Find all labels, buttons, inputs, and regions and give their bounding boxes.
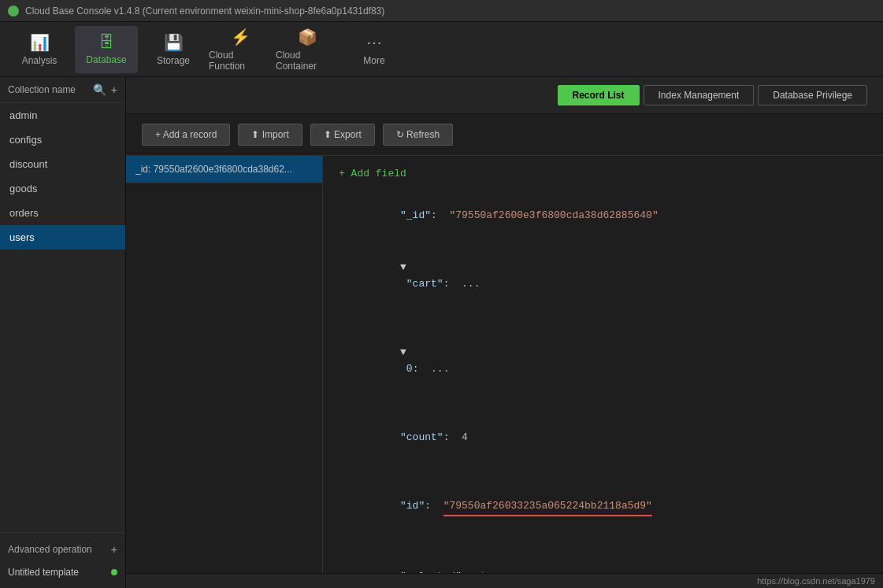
- toolbar: + Add a record ⬆ Import ⬆ Export ↻ Refre…: [126, 114, 883, 156]
- tab-index-management[interactable]: Index Management: [644, 85, 755, 105]
- data-panel: _id: 79550af2600e3f6800cda38d62... + Add…: [126, 156, 883, 588]
- untitled-template-label: Untitled template: [8, 567, 79, 578]
- json-cart-line: ▼ "cart": ...: [339, 242, 867, 310]
- main-layout: Collection name 🔍 + admin configs discou…: [0, 77, 883, 588]
- untitled-template-dot: [111, 569, 117, 575]
- sidebar: Collection name 🔍 + admin configs discou…: [0, 77, 126, 588]
- record-item[interactable]: _id: 79550af2600e3f6800cda38d62...: [126, 156, 322, 183]
- add-field-label: + Add field: [339, 168, 406, 179]
- sidebar-item-admin[interactable]: admin: [0, 103, 125, 128]
- collection-name-label: Collection name: [8, 84, 76, 95]
- index0-toggle[interactable]: ▼: [400, 346, 406, 358]
- nav-cloud-function-label: Cloud Function: [209, 50, 272, 72]
- more-icon: ⋯: [366, 33, 382, 52]
- nav-database-label: Database: [86, 54, 126, 65]
- untitled-template-item[interactable]: Untitled template: [0, 561, 125, 583]
- sidebar-item-goods-label: goods: [9, 183, 37, 194]
- nav-analysis[interactable]: 📊 Analysis: [8, 26, 71, 73]
- import-button[interactable]: ⬆ Import: [238, 124, 302, 146]
- json-id-field-line: "id": "79550af26033235a065224bb2118a5d9": [339, 464, 867, 534]
- sidebar-item-orders[interactable]: orders: [0, 201, 125, 225]
- tab-record-list[interactable]: Record List: [558, 85, 640, 105]
- analysis-icon: 📊: [30, 33, 50, 52]
- storage-icon: 💾: [164, 33, 184, 52]
- json-count-line: "count": 4: [339, 396, 867, 464]
- sidebar-item-admin-label: admin: [9, 109, 37, 121]
- tab-database-privilege[interactable]: Database Privilege: [758, 85, 867, 105]
- sidebar-header-actions: 🔍 +: [93, 83, 117, 96]
- nav-storage[interactable]: 💾 Storage: [142, 26, 205, 73]
- add-collection-icon[interactable]: +: [111, 83, 117, 96]
- json-index0-line: ▼ 0: ...: [339, 311, 867, 396]
- record-item-id: _id: 79550af2600e3f6800cda38d62...: [135, 164, 292, 175]
- cart-toggle[interactable]: ▼: [400, 261, 406, 273]
- database-icon: 🗄: [98, 33, 114, 51]
- sidebar-item-configs-label: configs: [9, 134, 42, 146]
- sidebar-header: Collection name 🔍 +: [0, 77, 125, 103]
- nav-cloud-container[interactable]: 📦 Cloud Container: [276, 26, 339, 73]
- status-bar: https://blog.csdn.net/saga1979: [126, 573, 883, 588]
- refresh-button[interactable]: ↻ Refresh: [383, 124, 453, 146]
- sidebar-item-discount[interactable]: discount: [0, 152, 125, 176]
- app-icon: [8, 6, 19, 17]
- add-field-button[interactable]: + Add field: [339, 164, 406, 183]
- nav-more-label: More: [363, 55, 384, 66]
- title-text: Cloud Base Console v1.4.8 (Current envir…: [25, 6, 384, 17]
- advanced-operation-add-icon[interactable]: +: [111, 543, 117, 556]
- nav-database[interactable]: 🗄 Database: [75, 26, 138, 73]
- nav-cloud-function[interactable]: ⚡ Cloud Function: [209, 26, 272, 73]
- sidebar-item-orders-label: orders: [9, 207, 39, 219]
- nav-more[interactable]: ⋯ More: [343, 26, 406, 73]
- json-id-line: "_id": "79550af2600e3f6800cda38d62885640…: [339, 190, 867, 242]
- nav-cloud-container-label: Cloud Container: [276, 50, 339, 72]
- cloud-container-icon: 📦: [298, 28, 317, 46]
- content-area: Record List Index Management Database Pr…: [126, 77, 883, 588]
- sidebar-item-configs[interactable]: configs: [0, 128, 125, 152]
- cloud-function-icon: ⚡: [231, 28, 250, 46]
- advanced-operation-label: Advanced operation: [8, 544, 92, 555]
- nav-analysis-label: Analysis: [22, 55, 58, 66]
- status-url: https://blog.csdn.net/saga1979: [757, 576, 875, 586]
- advanced-operation-item[interactable]: Advanced operation +: [0, 538, 125, 561]
- top-nav: 📊 Analysis 🗄 Database 💾 Storage ⚡ Cloud …: [0, 22, 883, 77]
- nav-storage-label: Storage: [157, 55, 190, 66]
- sidebar-footer: Advanced operation + Untitled template: [0, 532, 125, 588]
- search-icon[interactable]: 🔍: [93, 83, 106, 96]
- collection-list: admin configs discount goods orders user…: [0, 103, 125, 532]
- title-bar: Cloud Base Console v1.4.8 (Current envir…: [0, 0, 883, 22]
- add-record-button[interactable]: + Add a record: [142, 124, 230, 146]
- detail-panel: + Add field "_id": "79550af2600e3f6800cd…: [323, 156, 883, 588]
- record-list-panel: _id: 79550af2600e3f6800cda38d62...: [126, 156, 323, 588]
- sidebar-item-goods[interactable]: goods: [0, 176, 125, 201]
- sidebar-item-users-label: users: [9, 231, 35, 243]
- export-button[interactable]: ⬆ Export: [310, 124, 375, 146]
- sidebar-item-discount-label: discount: [9, 158, 47, 170]
- tab-header: Record List Index Management Database Pr…: [126, 77, 883, 114]
- sidebar-item-users[interactable]: users: [0, 225, 125, 250]
